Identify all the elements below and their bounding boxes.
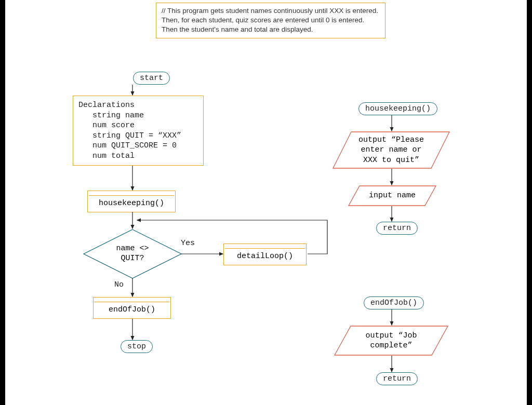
terminal-housekeeping: housekeeping() bbox=[358, 102, 437, 115]
decision-text: name <> QUIT? bbox=[83, 229, 182, 279]
process-declarations: Declarations string name num score strin… bbox=[73, 96, 204, 166]
predef-detailloop-call: detailLoop() bbox=[223, 244, 307, 265]
predef-label: endOfJob() bbox=[95, 302, 169, 317]
predef-label: housekeeping() bbox=[89, 196, 174, 211]
io-output-entername: output “Please enter name or XXX to quit… bbox=[332, 131, 450, 169]
connector-lines bbox=[5, 0, 527, 405]
io-text: input name bbox=[348, 185, 436, 206]
terminal-endofjob: endOfJob() bbox=[364, 296, 424, 309]
io-text: output “Please enter name or XXX to quit… bbox=[332, 131, 450, 169]
io-input-name: input name bbox=[348, 185, 436, 206]
terminal-start: start bbox=[133, 72, 170, 85]
io-output-jobcomplete: output “Job complete” bbox=[334, 326, 448, 356]
flowchart-frame: // This program gets student names conti… bbox=[0, 0, 532, 405]
terminal-return-2: return bbox=[376, 372, 418, 385]
io-text: output “Job complete” bbox=[334, 326, 448, 356]
predef-label: detailLoop() bbox=[225, 249, 305, 264]
label-no: No bbox=[114, 280, 124, 289]
predef-housekeeping-call: housekeeping() bbox=[87, 191, 176, 212]
predef-endofjob-call: endOfJob() bbox=[93, 297, 171, 319]
program-comment: // This program gets student names conti… bbox=[156, 3, 385, 38]
label-yes: Yes bbox=[181, 239, 195, 248]
terminal-stop: stop bbox=[121, 340, 153, 353]
terminal-return-1: return bbox=[376, 222, 418, 235]
decision-name-quit: name <> QUIT? bbox=[83, 229, 182, 279]
